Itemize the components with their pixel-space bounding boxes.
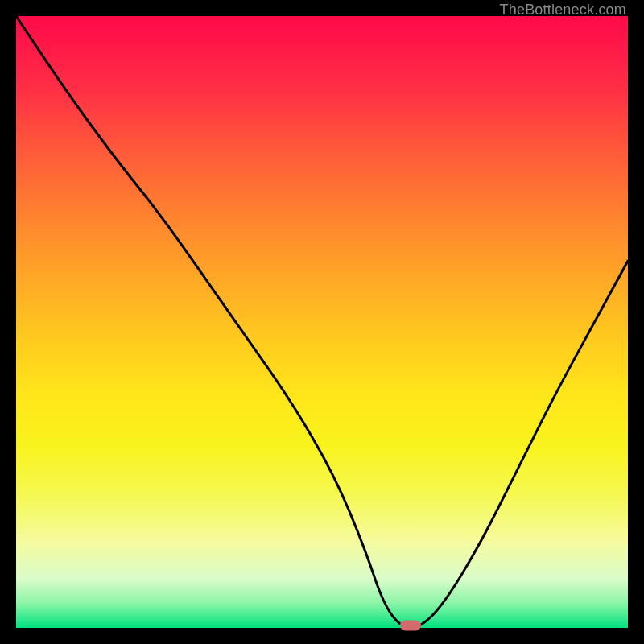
optimal-point-marker <box>400 621 421 631</box>
plot-area <box>16 16 628 628</box>
bottleneck-curve <box>16 16 628 628</box>
chart-frame: TheBottleneck.com <box>0 0 644 644</box>
